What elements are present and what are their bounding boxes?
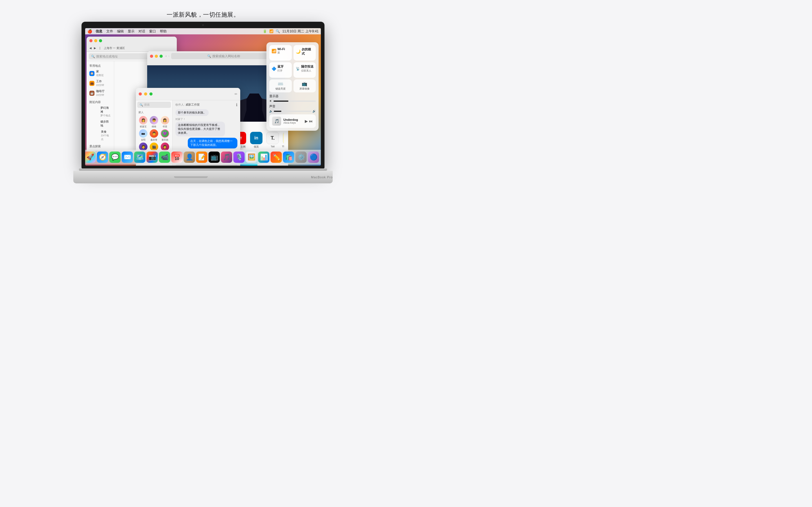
cc-dnd-tile[interactable]: 🌙 勿扰模式 [294, 45, 316, 61]
maps-home-item[interactable]: 🏠 家在附近 [87, 68, 114, 78]
maps-titlebar [87, 37, 177, 45]
dock-mail[interactable]: ✉️ [122, 152, 133, 163]
maps-walk-item[interactable]: 健步胜地 [87, 119, 114, 129]
search-icon[interactable]: 🔍 [276, 29, 280, 33]
messages-info-icon[interactable]: ℹ [236, 103, 238, 107]
msg-maximize-button[interactable] [149, 93, 153, 96]
cc-screen-label: 屏幕镜像 [299, 87, 310, 91]
menubar-window[interactable]: 窗口 [149, 29, 156, 34]
contact-item-0[interactable]: 👩 糕嘉宝 [139, 116, 148, 128]
dock-messages[interactable]: 💬 [109, 152, 121, 163]
bookmark-tait-label: Tait [271, 145, 274, 148]
play-icon[interactable]: ▶ [305, 119, 308, 123]
cc-volume-row: 🔈 🔊 [269, 110, 316, 113]
dock-facetime[interactable]: 📹 [159, 152, 170, 163]
safari-maximize-button[interactable] [160, 55, 163, 58]
dock-launchpad[interactable]: 🚀 [85, 152, 96, 163]
messages-search-input[interactable]: 🔍 搜索 [137, 102, 171, 108]
cc-display-section: 显示器 ☀ [269, 94, 316, 103]
contact-item-5[interactable]: 💜 蓬安妮 [160, 129, 170, 142]
dock-systemprefs[interactable]: ⚙️ [296, 152, 307, 163]
cc-bluetooth-tile[interactable]: 🔷 蓝牙 打开 [269, 62, 292, 78]
dock-siri[interactable]: 🔵 [308, 152, 319, 163]
dock-photos[interactable]: 📷 [147, 152, 158, 163]
menubar-edit[interactable]: 编辑 [117, 29, 124, 34]
avatar-4: 👨 [150, 129, 158, 138]
bookmark-design[interactable]: ☀ The Design Files [282, 132, 284, 149]
moon-icon: 🌙 [296, 49, 301, 54]
menubar-conversation[interactable]: 对话 [139, 29, 145, 34]
dock-maps[interactable]: 🗺️ [134, 152, 146, 163]
macbook-model-label: MacBook Pro [311, 175, 333, 179]
maximize-button[interactable] [99, 39, 102, 42]
camera-dot [202, 24, 204, 26]
dock-podcasts[interactable]: 🎙️ [234, 152, 245, 163]
food-thumb [89, 131, 99, 139]
cc-bt-header: 🔷 蓝牙 打开 [271, 64, 290, 73]
contact-name-4: 鑫岩青 [151, 138, 157, 142]
messages-titlebar: ✏ [136, 88, 240, 100]
safari-forward-icon[interactable]: › [168, 54, 169, 58]
dock-reminders[interactable]: 📝 [196, 152, 207, 163]
msg-minimize-button[interactable] [144, 93, 147, 96]
contact-item-4[interactable]: 👨 鑫岩青 [149, 129, 159, 142]
walk-name: 健步胜地 [100, 120, 111, 128]
food-sub: 23个地点 [101, 134, 111, 141]
safari-close-button[interactable] [150, 55, 153, 58]
dock-numbers[interactable]: 📊 [258, 152, 269, 163]
cc-airdrop-tile[interactable]: 📡 隔空投送 仅联系人 [294, 62, 316, 78]
contact-item-3[interactable]: 🏘 金熙 [139, 129, 148, 142]
cafe-sub: 22分钟 [96, 93, 105, 97]
menubar-view[interactable]: 显示 [128, 29, 135, 34]
home-name: 家 [96, 69, 104, 73]
keyboard-icon: ⌨️ [278, 81, 283, 87]
safari-address-bar[interactable]: 🔍 搜索或输入网站名称 [171, 53, 276, 59]
work-icon: 💼 [89, 81, 94, 86]
dock-sketch[interactable]: ✏️ [271, 152, 282, 163]
macbook-notch [174, 176, 208, 178]
maps-toolbar: ◀▶ | 上海市 一 黄浦区 [87, 45, 177, 52]
wifi-icon: 📶 [271, 49, 276, 53]
contact-item-1[interactable]: 👦 雄雄 [149, 116, 159, 128]
bookmark-tait[interactable]: T. Tait [266, 132, 280, 149]
menubar-app-name[interactable]: 信息 [96, 29, 102, 34]
dock-keynote[interactable]: 🖼️ [246, 152, 257, 163]
dock-contacts[interactable]: 👤 [184, 152, 195, 163]
cc-display-slider[interactable] [273, 101, 316, 102]
messages-recipient: 威影工作室 [186, 103, 200, 106]
dock-separator [321, 153, 321, 161]
brightness-low-icon: ☀ [269, 100, 272, 103]
cc-bluetooth-title: 蓝牙 [277, 64, 284, 69]
dock-calendar[interactable]: NOV 10 [171, 152, 183, 163]
cc-volume-fill [274, 111, 282, 112]
cc-screen-tile[interactable]: 📺 屏幕镜像 [294, 79, 316, 93]
msg-close-button[interactable] [139, 93, 142, 96]
dock-safari[interactable]: 🧭 [97, 152, 108, 163]
maps-cafe-item[interactable]: ☕ 咖啡厅22分钟 [87, 88, 114, 98]
apple-menu[interactable]: 🍎 [87, 29, 92, 34]
home-icon: 🏠 [89, 71, 94, 76]
dock-appletv[interactable]: 📺 [209, 152, 220, 163]
work-sub: 22分钟 [96, 83, 104, 87]
safari-minimize-button[interactable] [155, 55, 158, 58]
msg-bubble-1: 这条断断续续的片段更有节奏感，镜头衔接也更流畅，大大提升了整体效果。 [175, 122, 225, 136]
menubar-help[interactable]: 帮助 [160, 29, 167, 34]
dock-appstore[interactable]: 🛍️ [283, 152, 294, 163]
cc-wifi-tile[interactable]: 📶 Wi-Fi 菜 [269, 45, 292, 61]
maps-work-item[interactable]: 💼 工作22分钟 [87, 78, 114, 88]
cc-keyboard-tile[interactable]: ⌨️ 键盘亮度 [269, 79, 292, 93]
bookmark-linkedin[interactable]: in 领英 [250, 132, 263, 149]
maps-beach-item[interactable]: 梦幻海滩梦个地点 [87, 105, 114, 119]
minimize-button[interactable] [94, 39, 97, 42]
safari-back-icon[interactable]: ‹ [165, 54, 167, 58]
contact-item-2[interactable]: 👩 邻居 [160, 116, 170, 128]
contact-name-1: 雄雄 [152, 125, 156, 128]
msg-compose-icon[interactable]: ✏ [235, 92, 238, 96]
cc-volume-slider[interactable] [274, 111, 311, 112]
next-icon[interactable]: ⏭ [309, 119, 313, 123]
close-button[interactable] [89, 39, 93, 42]
bluetooth-icon: 🔷 [271, 66, 276, 71]
dock-music[interactable]: 🎵 [221, 152, 232, 163]
maps-food-item[interactable]: 美食23个地点 [87, 129, 114, 142]
menubar-file[interactable]: 文件 [106, 29, 113, 34]
